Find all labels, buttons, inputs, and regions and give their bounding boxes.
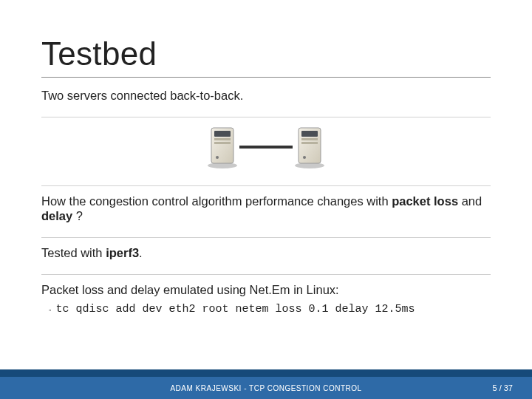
footer-author: ADAM KRAJEWSKI - TCP CONGESTION CONTROL (170, 384, 361, 392)
bullet-dot-icon: ◦ (49, 303, 52, 318)
svg-rect-4 (214, 142, 231, 144)
text-tool-c: . (139, 246, 143, 259)
text-q-e: ? (72, 209, 83, 222)
footer: ADAM KRAJEWSKI - TCP CONGESTION CONTROL … (0, 369, 532, 399)
svg-point-5 (216, 156, 219, 159)
text-q-loss: packet loss (392, 194, 458, 208)
svg-rect-2 (214, 131, 231, 137)
server-right-icon (293, 125, 327, 169)
slide: Testbed Two servers connected back-to-ba… (0, 0, 532, 399)
svg-rect-9 (301, 138, 318, 140)
svg-rect-8 (301, 131, 318, 137)
footer-accent-bar (0, 369, 532, 377)
server-left-icon (205, 125, 239, 169)
text-tool-iperf: iperf3 (106, 246, 139, 259)
footer-main-bar: ADAM KRAJEWSKI - TCP CONGESTION CONTROL … (0, 377, 532, 399)
svg-rect-3 (214, 138, 231, 140)
svg-rect-10 (301, 142, 318, 144)
text-question: How the congestion control algorithm per… (41, 194, 491, 224)
text-intro: Two servers connected back-to-back. (41, 88, 491, 103)
text-q-delay: delay (41, 209, 72, 222)
slide-content: Testbed Two servers connected back-to-ba… (0, 0, 532, 325)
footer-page-number: 5 / 37 (492, 383, 513, 392)
text-netem: Packet loss and delay emulated using Net… (41, 282, 491, 298)
text-q-a: How the congestion control algorithm per… (41, 194, 392, 208)
title-wrap: Testbed (41, 35, 491, 78)
text-q-c: and (458, 194, 482, 208)
network-diagram (41, 125, 491, 169)
block-tool: Tested with iperf3. (41, 245, 491, 275)
block-intro: Two servers connected back-to-back. (41, 88, 491, 117)
command-text: tc qdisc add dev eth2 root netem loss 0.… (56, 303, 415, 318)
slide-title: Testbed (41, 35, 491, 72)
block-diagram (41, 125, 491, 186)
bullet-command: ◦ tc qdisc add dev eth2 root netem loss … (41, 303, 491, 318)
text-tool: Tested with iperf3. (41, 245, 491, 261)
text-tool-a: Tested with (41, 246, 106, 259)
connection-line (239, 146, 293, 149)
block-question: How the congestion control algorithm per… (41, 194, 491, 238)
block-netem: Packet loss and delay emulated using Net… (41, 282, 491, 326)
svg-point-11 (303, 156, 306, 159)
